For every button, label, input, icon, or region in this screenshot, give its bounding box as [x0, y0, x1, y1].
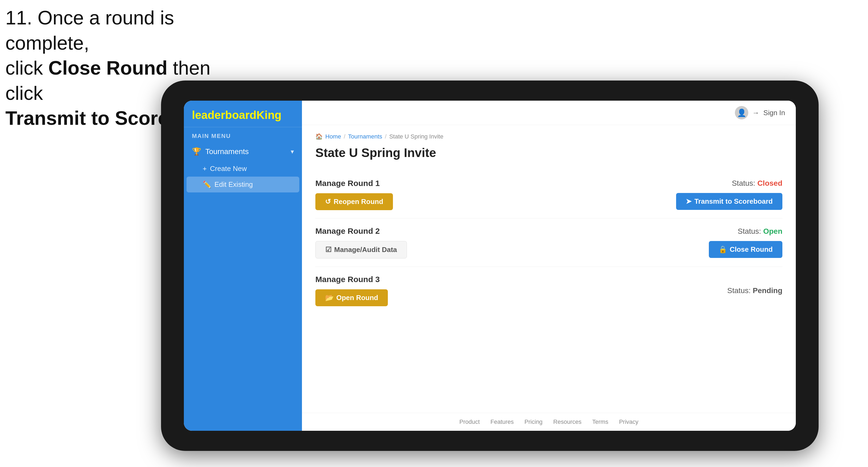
close-icon: 🔒	[718, 245, 727, 254]
sidebar-item-tournaments[interactable]: 🏆 Tournaments ▾	[184, 142, 302, 161]
round-1-row: Manage Round 1 ↺ Reopen Round Status: Cl…	[315, 171, 782, 218]
round-3-right: Status: Pending	[727, 286, 782, 295]
round-2-status-value: Open	[763, 227, 782, 236]
breadcrumb-tournaments[interactable]: Tournaments	[348, 133, 382, 140]
round-2-status-prefix: Status:	[738, 227, 761, 236]
round-1-status: Status: Closed	[732, 179, 782, 188]
page-body: 🏠 Home / Tournaments / State U Spring In…	[302, 125, 796, 413]
trophy-icon: 🏆	[192, 147, 201, 156]
breadcrumb-sep-2: /	[385, 133, 386, 140]
main-menu-label: MAIN MENU	[184, 127, 302, 142]
transmit-icon: ➤	[686, 197, 692, 206]
instruction-line2: click	[5, 57, 48, 79]
app-footer: Product Features Pricing Resources Terms…	[302, 413, 796, 431]
create-new-label: Create New	[210, 164, 247, 173]
reopen-icon: ↺	[325, 197, 331, 206]
round-1-left: Manage Round 1 ↺ Reopen Round	[315, 179, 393, 210]
manage-audit-label: Manage/Audit Data	[334, 246, 397, 254]
tablet-screen: leaderboardKing MAIN MENU 🏆 Tournaments …	[184, 101, 796, 431]
open-round-button[interactable]: 📂 Open Round	[315, 289, 388, 306]
footer-product[interactable]: Product	[459, 418, 479, 426]
breadcrumb-current: State U Spring Invite	[389, 133, 443, 140]
main-content: 👤 → Sign In 🏠 Home / Tournaments /	[302, 101, 796, 431]
round-3-title: Manage Round 3	[315, 275, 388, 284]
tournaments-nav-left: 🏆 Tournaments	[192, 147, 249, 156]
round-3-status-prefix: Status:	[727, 286, 751, 295]
tournaments-nav-label: Tournaments	[205, 147, 249, 156]
footer-pricing[interactable]: Pricing	[524, 418, 542, 426]
edit-icon: ✏️	[203, 180, 211, 189]
close-round-button[interactable]: 🔒 Close Round	[709, 241, 782, 258]
round-3-status-value: Pending	[753, 286, 782, 295]
sign-in-area[interactable]: 👤 → Sign In	[735, 106, 785, 119]
edit-existing-label: Edit Existing	[214, 180, 253, 189]
manage-audit-button[interactable]: ☑ Manage/Audit Data	[315, 241, 407, 258]
round-2-title: Manage Round 2	[315, 226, 407, 236]
round-3-status: Status: Pending	[727, 286, 782, 295]
logo-suffix: King	[256, 109, 281, 121]
open-icon: 📂	[325, 293, 334, 302]
reopen-round-button[interactable]: ↺ Reopen Round	[315, 193, 393, 210]
close-round-label: Close Round	[730, 245, 773, 254]
instruction-bold1: Close Round	[48, 57, 167, 79]
round-2-left: Manage Round 2 ☑ Manage/Audit Data	[315, 226, 407, 258]
transmit-label: Transmit to Scoreboard	[694, 197, 773, 206]
round-3-row: Manage Round 3 📂 Open Round Status: Pend…	[315, 267, 782, 314]
sidebar-sub-edit-existing[interactable]: ✏️ Edit Existing	[187, 177, 299, 192]
home-icon: 🏠	[315, 133, 322, 140]
round-3-left: Manage Round 3 📂 Open Round	[315, 275, 388, 306]
round-2-right: Status: Open 🔒 Close Round	[709, 227, 782, 258]
round-1-status-prefix: Status:	[732, 179, 755, 187]
top-nav: 👤 → Sign In	[302, 101, 796, 125]
plus-icon: +	[203, 164, 207, 173]
footer-resources[interactable]: Resources	[553, 418, 581, 426]
round-2-row: Manage Round 2 ☑ Manage/Audit Data Statu…	[315, 218, 782, 267]
app-layout: leaderboardKing MAIN MENU 🏆 Tournaments …	[184, 101, 796, 431]
page-title: State U Spring Invite	[315, 146, 782, 160]
audit-icon: ☑	[325, 246, 332, 254]
round-1-right: Status: Closed ➤ Transmit to Scoreboard	[676, 179, 782, 210]
sidebar: leaderboardKing MAIN MENU 🏆 Tournaments …	[184, 101, 302, 431]
logo-text: leaderboardKing	[192, 109, 294, 122]
breadcrumb-sep-1: /	[344, 133, 345, 140]
round-1-status-value: Closed	[757, 179, 782, 187]
footer-privacy[interactable]: Privacy	[619, 418, 638, 426]
signin-arrow-icon: →	[752, 109, 759, 117]
open-round-label: Open Round	[336, 293, 378, 302]
chevron-down-icon: ▾	[291, 148, 294, 155]
user-avatar: 👤	[735, 106, 748, 119]
breadcrumb: 🏠 Home / Tournaments / State U Spring In…	[315, 133, 782, 140]
sidebar-sub-create-new[interactable]: + Create New	[184, 161, 302, 177]
footer-terms[interactable]: Terms	[592, 418, 609, 426]
user-icon: 👤	[737, 108, 746, 117]
instruction-line1: 11. Once a round is complete,	[5, 7, 174, 54]
sign-in-label: Sign In	[763, 109, 785, 117]
round-1-title: Manage Round 1	[315, 179, 393, 188]
logo-prefix: leaderboard	[192, 109, 256, 121]
sidebar-logo: leaderboardKing	[184, 101, 302, 127]
round-2-status: Status: Open	[738, 227, 782, 236]
transmit-to-scoreboard-button[interactable]: ➤ Transmit to Scoreboard	[676, 193, 782, 210]
reopen-round-label: Reopen Round	[334, 197, 383, 206]
footer-features[interactable]: Features	[490, 418, 514, 426]
breadcrumb-home[interactable]: Home	[325, 133, 341, 140]
tablet-device: leaderboardKing MAIN MENU 🏆 Tournaments …	[161, 81, 818, 451]
